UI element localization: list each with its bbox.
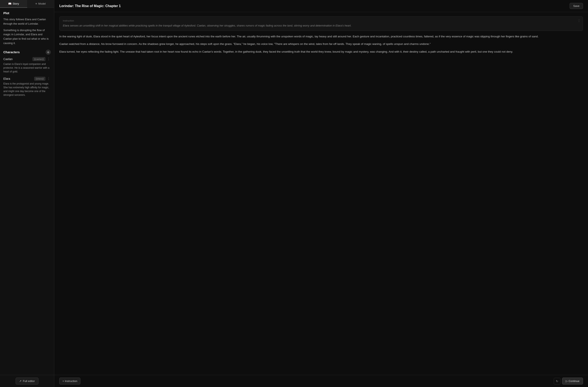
main-content: Lorindar: The Rise of Magic: Chapter 1 S… bbox=[54, 0, 588, 387]
character-caelan-description: Caelan is Elara's loyal companion and pr… bbox=[3, 62, 51, 74]
character-elara-tag: {{elara}} bbox=[34, 77, 45, 81]
character-elara-description: Elara is the protagonist and young mage.… bbox=[3, 82, 51, 97]
tab-story-label: Story bbox=[13, 2, 19, 5]
sidebar-content: Plot This story follows Elara and Caelan… bbox=[0, 8, 54, 375]
tab-story[interactable]: 📖 Story bbox=[0, 0, 27, 8]
characters-header: Characters ⊕ bbox=[3, 50, 51, 55]
refresh-icon: ↻ bbox=[556, 380, 558, 383]
character-caelan-header: Caelan {{caelan}} ⋮ bbox=[3, 57, 51, 61]
full-editor-button[interactable]: ↗ Full editor bbox=[16, 378, 38, 385]
character-elara-name: Elara bbox=[3, 77, 10, 80]
tab-model-label: Model bbox=[38, 2, 45, 5]
instruction-menu-button[interactable]: ⋮ bbox=[577, 19, 581, 22]
character-item-caelan: Caelan {{caelan}} ⋮ Caelan is Elara's lo… bbox=[3, 57, 51, 74]
instruction-label: instruction bbox=[63, 20, 579, 22]
character-elara-header: Elara {{elara}} ⋮ bbox=[3, 77, 51, 81]
model-icon: ≡ bbox=[36, 2, 37, 5]
character-caelan-name: Caelan bbox=[3, 57, 13, 61]
tab-model[interactable]: ≡ Model bbox=[27, 0, 54, 8]
story-paragraph-3: Elara turned, her eyes reflecting the fa… bbox=[59, 49, 583, 54]
add-instruction-button[interactable]: + Instruction bbox=[59, 378, 80, 385]
external-link-icon: ↗ bbox=[19, 380, 21, 383]
character-elara-controls: {{elara}} ⋮ bbox=[34, 77, 51, 81]
bottom-right-controls: ↻ ▷ Continue bbox=[554, 378, 583, 385]
save-button[interactable]: Save bbox=[570, 3, 583, 9]
instruction-block: instruction Elara senses an unsettling s… bbox=[59, 16, 583, 31]
book-icon: 📖 bbox=[8, 2, 11, 5]
sidebar: 📖 Story ≡ Model Plot This story follows … bbox=[0, 0, 54, 387]
main-header: Lorindar: The Rise of Magic: Chapter 1 S… bbox=[54, 0, 588, 12]
add-character-button[interactable]: ⊕ bbox=[46, 50, 51, 55]
plot-paragraph-1: This story follows Elara and Caelan thro… bbox=[3, 17, 51, 26]
story-paragraph-1: In the waning light of dusk, Elara stood… bbox=[59, 34, 583, 39]
character-caelan-tag: {{caelan}} bbox=[33, 57, 45, 61]
plus-icon: ⊕ bbox=[47, 51, 49, 54]
sidebar-tabs: 📖 Story ≡ Model bbox=[0, 0, 54, 8]
character-item-elara: Elara {{elara}} ⋮ Elara is the protagoni… bbox=[3, 77, 51, 97]
character-caelan-menu-button[interactable]: ⋮ bbox=[46, 57, 51, 61]
characters-title: Characters bbox=[3, 50, 20, 54]
plot-paragraph-2: Something is disrupting the flow of magi… bbox=[3, 28, 51, 45]
character-caelan-controls: {{caelan}} ⋮ bbox=[33, 57, 51, 61]
plot-title: Plot bbox=[3, 11, 51, 15]
story-paragraph-2: Caelan watched from a distance, his brow… bbox=[59, 42, 583, 46]
bottom-bar: + Instruction ↻ ▷ Continue bbox=[54, 375, 588, 387]
full-editor-label: Full editor bbox=[23, 380, 35, 383]
sidebar-footer: ↗ Full editor bbox=[0, 375, 54, 387]
page-title: Lorindar: The Rise of Magic: Chapter 1 bbox=[59, 4, 121, 8]
instruction-text: Elara senses an unsettling shift in her … bbox=[63, 24, 579, 28]
regenerate-button[interactable]: ↻ bbox=[554, 378, 560, 385]
character-elara-menu-button[interactable]: ⋮ bbox=[46, 77, 51, 80]
story-area: instruction Elara senses an unsettling s… bbox=[54, 12, 588, 375]
continue-button[interactable]: ▷ Continue bbox=[562, 378, 583, 385]
